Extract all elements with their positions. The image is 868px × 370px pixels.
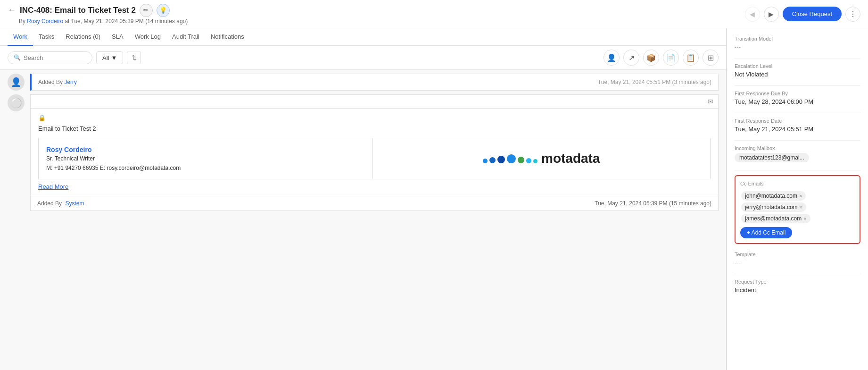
all-filter-label: All bbox=[102, 54, 109, 61]
template-value: --- bbox=[735, 259, 860, 266]
first-response-due-label: First Response Due By bbox=[735, 91, 860, 96]
author-link[interactable]: Rosy Cordeiro bbox=[27, 18, 63, 25]
header-right: ◀ ▶ Close Request ⋮ bbox=[745, 7, 860, 22]
sort-icon: ⇅ bbox=[132, 54, 137, 61]
system-link[interactable]: System bbox=[65, 200, 84, 207]
cc-email-john: john@motadata.com bbox=[745, 193, 797, 199]
prev-button[interactable]: ◀ bbox=[745, 7, 760, 22]
first-response-due-value: Tue, May 28, 2024 06:00 PM bbox=[735, 98, 860, 105]
grid-icon: ⊞ bbox=[708, 53, 714, 62]
logo-text: motadata bbox=[541, 151, 600, 166]
motadata-logo: motadata bbox=[483, 151, 600, 166]
sig-name: Rosy Cordeiro bbox=[46, 146, 365, 153]
transition-model-label: Transition Model bbox=[735, 36, 860, 42]
next-button[interactable]: ▶ bbox=[764, 7, 779, 22]
grid-button[interactable]: ⊞ bbox=[703, 50, 719, 66]
request-type-value: Incident bbox=[735, 286, 860, 294]
more-icon: ⋮ bbox=[849, 9, 857, 18]
top-bar: ← INC-408: Email to Ticket Test 2 ✏ 💡 By… bbox=[0, 0, 868, 28]
tab-notifications[interactable]: Notifications bbox=[205, 28, 250, 46]
email-subject: Email to Ticket Test 2 bbox=[38, 125, 711, 132]
tab-sla[interactable]: SLA bbox=[106, 28, 129, 46]
avatar-person-icon: ⚪ bbox=[10, 97, 22, 109]
request-type-label: Request Type bbox=[735, 279, 860, 285]
remove-james-button[interactable]: × bbox=[803, 216, 806, 221]
dot-5 bbox=[518, 157, 524, 163]
edit-icon: ✏ bbox=[143, 7, 149, 14]
pdf-icon: 📄 bbox=[666, 53, 676, 62]
edit-button[interactable]: ✏ bbox=[140, 4, 153, 17]
template-section: Template --- bbox=[735, 252, 860, 266]
email-header-icon: ✉ bbox=[708, 98, 713, 105]
avatar-system: ⚪ bbox=[8, 94, 25, 111]
sort-button[interactable]: ⇅ bbox=[127, 51, 141, 64]
added-by-author[interactable]: Jerry bbox=[64, 79, 77, 85]
remove-john-button[interactable]: × bbox=[799, 193, 802, 199]
read-more-link[interactable]: Read More bbox=[38, 183, 68, 190]
bulb-icon: 💡 bbox=[159, 7, 167, 14]
subtitle: By Rosy Cordeiro at Tue, May 21, 2024 05… bbox=[19, 18, 188, 25]
lock-icon: 🔒 bbox=[38, 114, 711, 121]
tab-work[interactable]: Work bbox=[8, 28, 33, 46]
remove-jerry-button[interactable]: × bbox=[800, 204, 802, 210]
assign-icon: 👤 bbox=[607, 53, 616, 62]
filter-icon: ▼ bbox=[111, 54, 117, 61]
search-icon: 🔍 bbox=[14, 54, 21, 61]
tab-tasks[interactable]: Tasks bbox=[33, 28, 60, 46]
email-card-footer: Added By System Tue, May 21, 2024 05:39 … bbox=[30, 196, 719, 211]
cc-tags-container: john@motadata.com × jerry@motadata.com ×… bbox=[740, 190, 855, 224]
forward-icon: ↗ bbox=[628, 53, 635, 62]
cc-email-james: james@motadata.com bbox=[745, 215, 802, 222]
pdf-button[interactable]: 📄 bbox=[663, 50, 679, 66]
escalation-level-value: Not Violated bbox=[735, 71, 860, 78]
first-response-due-section: First Response Due By Tue, May 28, 2024 … bbox=[735, 91, 860, 105]
cc-tag-john: john@motadata.com × bbox=[741, 191, 806, 201]
logo-area: motadata bbox=[373, 138, 711, 179]
email-footer-timestamp: Tue, May 21, 2024 05:39 PM (15 minutes a… bbox=[595, 200, 711, 207]
template-button[interactable]: 📦 bbox=[643, 50, 659, 66]
transition-model-value: --- bbox=[735, 43, 860, 50]
next-icon: ▶ bbox=[769, 10, 774, 18]
logo-dots bbox=[483, 154, 537, 163]
email-signature: Rosy Cordeiro Sr. Technical Writer M: +9… bbox=[39, 138, 373, 179]
forward-button[interactable]: ↗ bbox=[623, 50, 639, 66]
email-content-wrapper: Rosy Cordeiro Sr. Technical Writer M: +9… bbox=[38, 138, 711, 179]
bulb-button[interactable]: 💡 bbox=[157, 4, 170, 17]
added-by-timestamp: Tue, May 21, 2024 05:51 PM (3 minutes ag… bbox=[598, 79, 711, 85]
header-left: ← INC-408: Email to Ticket Test 2 ✏ 💡 By… bbox=[8, 4, 188, 25]
transition-model-section: Transition Model --- bbox=[735, 36, 860, 50]
search-box[interactable]: 🔍 bbox=[8, 51, 92, 64]
incoming-mailbox-section: Incoming Mailbox motadatatest123@gmai... bbox=[735, 145, 860, 162]
title-row: ← INC-408: Email to Ticket Test 2 ✏ 💡 bbox=[8, 4, 188, 17]
filter-all-button[interactable]: All ▼ bbox=[96, 51, 123, 64]
email-footer-left: Added By System bbox=[37, 200, 84, 207]
tab-audit[interactable]: Audit Trail bbox=[166, 28, 205, 46]
tab-relations[interactable]: Relations (0) bbox=[60, 28, 106, 46]
cc-tag-james: james@motadata.com × bbox=[741, 214, 810, 223]
escalation-level-section: Escalation Level Not Violated bbox=[735, 63, 860, 78]
close-request-button[interactable]: Close Request bbox=[783, 7, 842, 21]
template-label: Template bbox=[735, 252, 860, 257]
note-icon: 📋 bbox=[686, 53, 695, 62]
more-button[interactable]: ⋮ bbox=[845, 7, 860, 22]
toolbar-left: 🔍 All ▼ ⇅ bbox=[8, 51, 141, 64]
add-cc-button[interactable]: + Add Cc Email bbox=[740, 227, 792, 238]
note-button[interactable]: 📋 bbox=[683, 50, 699, 66]
assign-button[interactable]: 👤 bbox=[603, 50, 620, 66]
main-layout: Work Tasks Relations (0) SLA Work Log Au… bbox=[0, 28, 868, 370]
tab-worklog[interactable]: Work Log bbox=[129, 28, 166, 46]
right-panel: Transition Model --- Escalation Level No… bbox=[727, 28, 868, 370]
sig-contact: M: +91 94270 66935 E: rosy.cordeiro@mota… bbox=[46, 165, 365, 171]
back-button[interactable]: ← bbox=[8, 5, 16, 15]
dot-7 bbox=[533, 159, 537, 163]
template-icon: 📦 bbox=[646, 53, 656, 62]
content-area: 👤 Added By Jerry Tue, May 21, 2024 05:51… bbox=[0, 70, 726, 370]
cc-email-jerry: jerry@motadata.com bbox=[745, 204, 798, 210]
search-input[interactable] bbox=[24, 54, 86, 61]
dot-6 bbox=[526, 158, 531, 163]
email-card-body: 🔒 Email to Ticket Test 2 Rosy Cordeiro S… bbox=[30, 108, 719, 196]
first-response-date-value: Tue, May 21, 2024 05:51 PM bbox=[735, 126, 860, 133]
incoming-mailbox-value: motadatatest123@gmai... bbox=[735, 153, 809, 162]
cc-emails-label: Cc Emails bbox=[740, 181, 855, 186]
toolbar: 🔍 All ▼ ⇅ 👤 ↗ 📦 bbox=[0, 46, 726, 70]
